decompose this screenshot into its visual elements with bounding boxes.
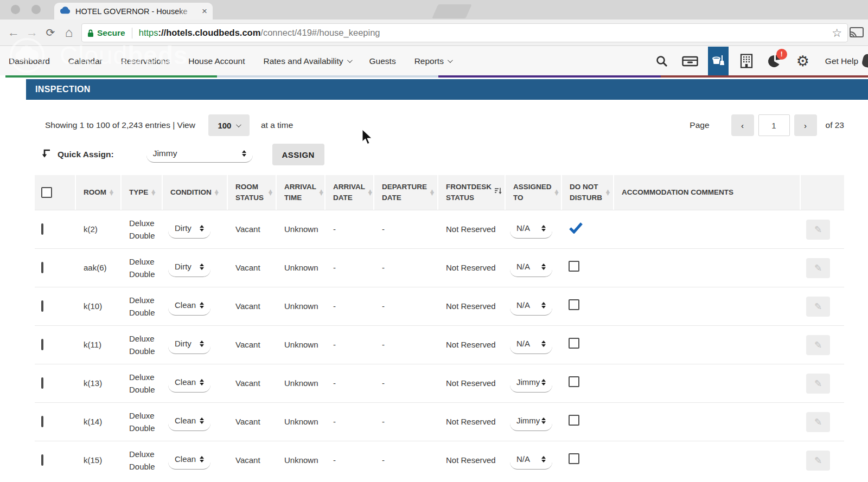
condition-select[interactable]: Dirty (168, 336, 210, 354)
nav-item-calendar[interactable]: Calendar (68, 56, 103, 66)
dnd-cell[interactable] (562, 299, 614, 313)
assigned-to-select[interactable]: N/A (510, 451, 552, 470)
search-icon[interactable] (652, 47, 672, 75)
arrival-time-cell: Unknown (277, 223, 326, 235)
forward-icon[interactable]: → (23, 27, 41, 38)
sort-icon[interactable]: ▲▼ (555, 190, 559, 195)
row-checkbox[interactable] (41, 339, 43, 350)
cash-drawer-icon[interactable] (680, 47, 700, 75)
column-header[interactable]: DO NOT DISTURB▲▼ (562, 175, 614, 210)
row-checkbox[interactable] (41, 377, 43, 389)
row-checkbox[interactable] (41, 416, 43, 427)
condition-select[interactable]: Dirty (168, 220, 210, 239)
page-number-input[interactable] (758, 114, 790, 136)
showing-entries-text: Showing 1 to 100 of 2,243 entries | View (45, 120, 195, 130)
column-header[interactable]: ROOM▲▼ (76, 175, 122, 210)
bookmark-star-icon[interactable]: ☆ (832, 27, 842, 40)
assigned-to-select[interactable]: N/A (510, 220, 552, 239)
reload-icon[interactable]: ⟳ (41, 27, 60, 38)
sort-icon[interactable]: ▲▼ (151, 190, 155, 195)
assigned-to-select[interactable]: N/A (510, 259, 552, 277)
sort-icon[interactable]: ▲▼ (430, 190, 434, 195)
dnd-cell[interactable] (562, 222, 614, 237)
dnd-checkbox (569, 261, 579, 272)
dnd-cell[interactable] (562, 261, 614, 275)
condition-select[interactable]: Clean (168, 374, 210, 393)
sort-active-icon[interactable] (495, 187, 502, 198)
dnd-cell[interactable] (562, 453, 614, 467)
edit-row-button[interactable]: ✎ (806, 297, 830, 317)
edit-row-button[interactable]: ✎ (806, 451, 830, 471)
assigned-to-select[interactable]: N/A (510, 336, 552, 354)
nav-item-reservations[interactable]: Reservations (121, 56, 170, 66)
sort-icon[interactable]: ▲▼ (368, 190, 372, 195)
column-header[interactable]: ARRIVAL TIME▲▼ (277, 175, 326, 210)
previous-page-button[interactable]: ‹ (731, 114, 754, 136)
sort-icon[interactable]: ▲▼ (269, 190, 272, 195)
window-close-button[interactable] (11, 5, 20, 14)
housekeeping-table: ROOM▲▼TYPE▲▼CONDITION▲▼ROOM STATUS▲▼ARRI… (35, 175, 844, 479)
sort-icon[interactable]: ▲▼ (320, 190, 323, 195)
back-icon[interactable]: ← (4, 27, 23, 38)
edit-row-button[interactable]: ✎ (806, 374, 830, 394)
select-stepper-icon (200, 456, 204, 462)
table-header-row: ROOM▲▼TYPE▲▼CONDITION▲▼ROOM STATUS▲▼ARRI… (35, 175, 844, 210)
column-header[interactable]: ROOM STATUS▲▼ (228, 175, 277, 210)
column-header[interactable]: DEPARTURE DATE▲▼ (374, 175, 438, 210)
tab-close-icon[interactable]: × (202, 7, 207, 16)
column-header[interactable]: TYPE▲▼ (122, 175, 163, 210)
edit-row-button[interactable]: ✎ (806, 412, 830, 432)
row-checkbox[interactable] (41, 223, 43, 235)
building-icon[interactable] (736, 47, 757, 75)
column-header[interactable]: ASSIGNED TO▲▼ (506, 175, 562, 210)
sort-icon[interactable]: ▲▼ (110, 190, 113, 195)
condition-select[interactable]: Dirty (168, 259, 210, 277)
assign-button[interactable]: ASSIGN (272, 144, 324, 165)
nav-item-dashboard[interactable]: Dashboard (9, 56, 50, 66)
sort-icon[interactable]: ▲▼ (606, 190, 610, 195)
nav-item-house-account[interactable]: House Account (188, 56, 245, 66)
select-all-checkbox[interactable] (41, 187, 52, 198)
edit-row-button[interactable]: ✎ (806, 258, 830, 278)
browser-tab[interactable]: HOTEL GOVERNOR - Houseke × (54, 3, 213, 20)
dnd-cell[interactable] (562, 376, 614, 390)
row-checkbox[interactable] (41, 454, 43, 466)
window-minimize-button[interactable] (31, 5, 41, 14)
edit-row-button[interactable]: ✎ (806, 335, 830, 355)
column-header[interactable]: ARRIVAL DATE▲▼ (326, 175, 374, 210)
column-header[interactable]: CONDITION▲▼ (163, 175, 228, 210)
condition-select[interactable]: Clean (168, 451, 210, 470)
get-help-link[interactable]: Get Help (821, 56, 863, 66)
reports-pie-icon[interactable]: ! (764, 47, 785, 75)
room-status-cell: Vacant (228, 338, 277, 351)
dnd-checkbox (569, 299, 579, 310)
column-header[interactable]: FRONTDESK STATUS (438, 175, 506, 210)
new-tab-button[interactable] (432, 4, 472, 18)
nav-item-guests[interactable]: Guests (369, 56, 396, 66)
nav-item-rates-availability[interactable]: Rates and Availability (263, 56, 350, 66)
assigned-to-select[interactable]: Jimmy (510, 413, 552, 431)
next-page-button[interactable]: › (794, 114, 817, 136)
quick-assign-select[interactable]: Jimmy (146, 147, 253, 163)
page-size-select[interactable]: 100 (208, 114, 250, 136)
housekeeping-icon[interactable] (708, 47, 729, 75)
url-field[interactable]: Secure https://hotels.cloudbeds.com/conn… (81, 23, 848, 42)
dnd-cell[interactable] (562, 338, 614, 352)
arrival-date-cell: - (326, 261, 374, 274)
row-checkbox[interactable] (41, 300, 43, 312)
home-icon[interactable]: ⌂ (60, 26, 78, 39)
row-checkbox[interactable] (41, 262, 43, 273)
sort-icon[interactable]: ▲▼ (215, 190, 219, 195)
arrival-time-cell: Unknown (277, 300, 326, 312)
assigned-to-select[interactable]: Jimmy (510, 374, 552, 393)
cast-icon[interactable] (850, 27, 864, 41)
edit-row-button[interactable]: ✎ (806, 220, 830, 240)
settings-gear-icon[interactable]: ⚙ (793, 47, 813, 75)
select-stepper-icon (242, 150, 246, 157)
assigned-to-select[interactable]: N/A (510, 297, 552, 316)
condition-select[interactable]: Clean (168, 297, 210, 316)
nav-item-reports[interactable]: Reports (414, 56, 451, 66)
dnd-cell[interactable] (562, 415, 614, 429)
condition-select[interactable]: Clean (168, 413, 210, 431)
arrival-time-cell: Unknown (277, 377, 326, 389)
